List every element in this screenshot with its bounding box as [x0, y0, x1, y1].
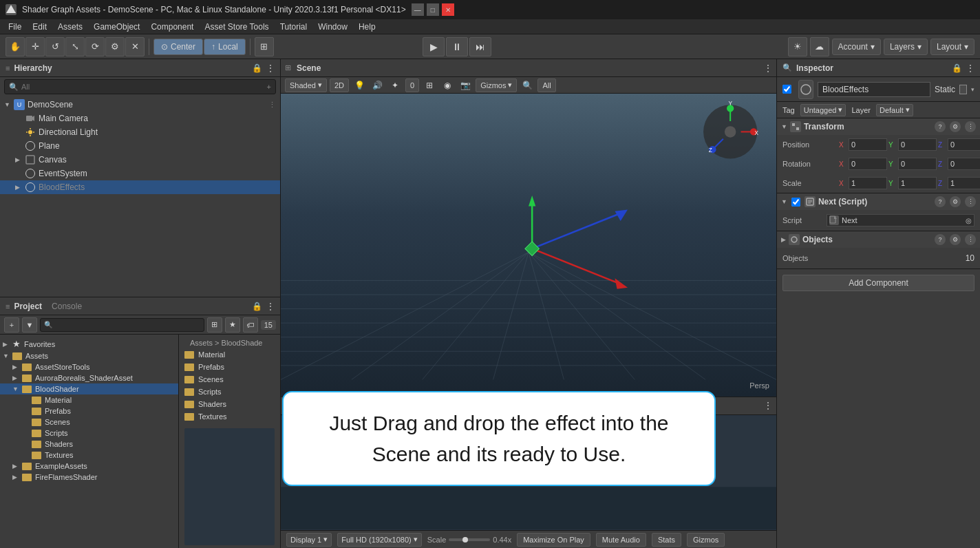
tree-eventsystem[interactable]: EventSystem [0, 167, 280, 180]
file-scripts[interactable]: Scripts [184, 386, 275, 398]
tag-dropdown[interactable]: Untagged ▾ [800, 104, 846, 116]
add-component-button[interactable]: Add Component [782, 275, 974, 291]
menu-gameobject[interactable]: GameObject [88, 21, 145, 33]
menu-file[interactable]: File [3, 21, 27, 33]
filter-button[interactable]: ▼ [22, 317, 37, 333]
script-enabled-checkbox[interactable] [791, 198, 800, 207]
scale-y-input[interactable] [898, 177, 937, 189]
stats-btn[interactable]: Stats [652, 533, 681, 547]
scale-x-input[interactable] [849, 177, 887, 189]
rotation-x-input[interactable] [849, 158, 887, 170]
menu-help[interactable]: Help [353, 21, 381, 33]
rotation-z-input[interactable] [948, 158, 980, 170]
cloud-icon[interactable]: ☁ [810, 37, 829, 56]
file-prefabs[interactable]: Prefabs [184, 361, 275, 373]
aurora-item[interactable]: ▶ AuroraBorealis_ShaderAsset [0, 372, 178, 383]
sort-button[interactable]: ⊞ [207, 317, 222, 333]
hierarchy-lock[interactable]: 🔒 [252, 63, 262, 73]
display-dropdown[interactable]: Display 1 ▾ [286, 533, 332, 547]
position-x-input[interactable] [849, 138, 887, 151]
all-dropdown[interactable]: All [537, 78, 555, 92]
script-more[interactable]: ⋮ [965, 196, 976, 207]
position-y-input[interactable] [898, 138, 937, 151]
game-gizmos-btn[interactable]: Gizmos [687, 533, 725, 547]
rotation-y-input[interactable] [898, 158, 937, 170]
render-stat[interactable]: 0 [405, 78, 419, 92]
console-tab[interactable]: Console [52, 302, 82, 311]
tree-demoscene[interactable]: ▼ U DemoScene ⋮ [0, 98, 280, 112]
tree-bloodeffects[interactable]: ▶ BloodEffects [0, 180, 280, 194]
transform-settings[interactable]: ⚙ [950, 121, 961, 132]
tree-directionallight[interactable]: Directional Light [0, 125, 280, 139]
scale-slider-track[interactable] [449, 538, 490, 541]
rect-tool[interactable]: ⟳ [85, 37, 105, 56]
resolution-dropdown[interactable]: Full HD (1920x1080) ▾ [337, 533, 422, 547]
light-btn[interactable]: 💡 [352, 78, 367, 92]
file-material[interactable]: Material [184, 348, 275, 361]
script-settings[interactable]: ⚙ [950, 196, 961, 207]
game-more[interactable]: ⋮ [764, 401, 772, 410]
project-lock[interactable]: 🔒 [252, 302, 262, 311]
add-button[interactable]: + [4, 317, 19, 333]
inspector-more[interactable]: ⋮ [966, 63, 974, 73]
scale-z-input[interactable] [948, 177, 980, 189]
search-scene[interactable]: 🔍 [520, 78, 535, 92]
menu-assets[interactable]: Assets [52, 21, 88, 33]
grid-button[interactable]: ⊞ [255, 37, 274, 56]
maximize-btn[interactable]: Maximize On Play [517, 533, 590, 547]
scene-more[interactable]: ⋮ [764, 63, 772, 73]
move-tool[interactable]: ✛ [25, 37, 45, 56]
shading-dropdown[interactable]: Shaded ▾ [285, 78, 327, 92]
scale-tool[interactable]: ⤡ [65, 37, 85, 56]
close-button[interactable]: ✕ [442, 3, 454, 16]
center-pivot[interactable]: ⊙ Center [153, 39, 203, 55]
hidden-toggle[interactable]: ◉ [440, 78, 455, 92]
bloodshader-item[interactable]: ▼ BloodShader [0, 383, 178, 394]
textures-tree-item[interactable]: Textures [0, 450, 178, 461]
audio-btn[interactable]: 🔊 [370, 78, 385, 92]
pause-button[interactable]: ⏸ [446, 37, 468, 56]
minimize-button[interactable]: — [412, 3, 424, 16]
object-name-input[interactable] [818, 82, 930, 97]
hierarchy-search-input[interactable] [21, 83, 264, 91]
demoscene-more[interactable]: ⋮ [268, 101, 276, 109]
camera-btn[interactable]: 📷 [458, 78, 473, 92]
hand-tool[interactable]: ✋ [6, 37, 25, 56]
account-dropdown[interactable]: Account ▾ [832, 39, 881, 55]
script-select-icon[interactable]: ◎ [966, 217, 972, 224]
file-shaders[interactable]: Shaders [184, 398, 275, 410]
favorites-item[interactable]: ▶ ★ Favorites [0, 337, 178, 350]
project-more[interactable]: ⋮ [266, 302, 275, 311]
hierarchy-more[interactable]: ⋮ [266, 63, 275, 73]
scale-slider-thumb[interactable] [462, 537, 468, 542]
position-z-input[interactable] [948, 138, 980, 151]
transform-help[interactable]: ? [935, 121, 946, 132]
tree-plane[interactable]: Plane [0, 139, 280, 153]
inspector-lock[interactable]: 🔒 [952, 63, 962, 73]
objects-more[interactable]: ⋮ [965, 234, 976, 245]
tag-button[interactable]: 🏷 [243, 317, 258, 333]
material-tree-item[interactable]: Material [0, 394, 178, 405]
objects-header[interactable]: ▶ Objects ? ⚙ ⋮ [777, 231, 980, 248]
object-active-checkbox[interactable] [782, 85, 791, 94]
step-button[interactable]: ⏭ [469, 37, 491, 56]
local-pivot[interactable]: ↑ Local [204, 39, 246, 55]
menu-assetstoretools[interactable]: Asset Store Tools [199, 21, 274, 33]
gizmos-dropdown[interactable]: Gizmos ▾ [476, 78, 517, 92]
tree-maincamera[interactable]: Main Camera [0, 112, 280, 125]
script-help[interactable]: ? [935, 196, 946, 207]
prefabs-tree-item[interactable]: Prefabs [0, 405, 178, 417]
layers-dropdown[interactable]: Layers ▾ [884, 39, 928, 55]
file-textures[interactable]: Textures [184, 410, 275, 423]
custom-tool[interactable]: ✕ [125, 37, 145, 56]
objects-help[interactable]: ? [935, 234, 946, 245]
transform-tool[interactable]: ⚙ [105, 37, 125, 56]
rotate-tool[interactable]: ↺ [45, 37, 65, 56]
sun-icon[interactable]: ☀ [788, 37, 807, 56]
play-button[interactable]: ▶ [423, 37, 445, 56]
maximize-button[interactable]: □ [427, 3, 439, 16]
project-tab[interactable]: Project [14, 302, 42, 311]
menu-edit[interactable]: Edit [27, 21, 52, 33]
view2d-toggle[interactable]: 2D [330, 78, 349, 92]
scenes-tree-item[interactable]: Scenes [0, 417, 178, 428]
